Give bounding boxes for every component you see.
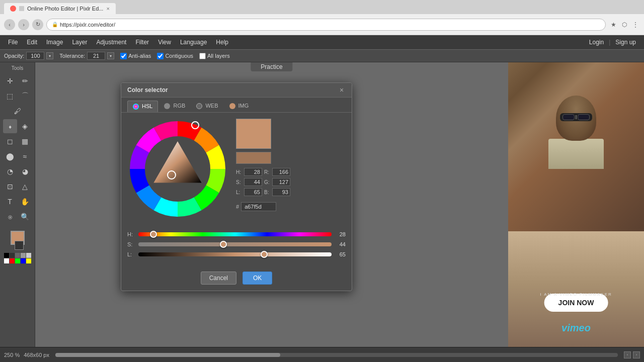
tool-row-5: ◻ ▦ <box>3 134 32 148</box>
sat-input[interactable] <box>244 178 262 186</box>
opacity-input[interactable] <box>26 52 44 60</box>
crop-tool[interactable]: ⊡ <box>3 179 17 194</box>
color-cell-red[interactable] <box>10 258 15 263</box>
dialog-close-button[interactable]: × <box>338 86 346 94</box>
menu-help[interactable]: Help <box>212 37 232 47</box>
tab-web[interactable]: WEB <box>191 101 223 112</box>
blue-input[interactable] <box>272 188 290 196</box>
hex-label: # <box>236 204 239 210</box>
forward-button[interactable]: › <box>18 19 29 30</box>
tab-rgb[interactable]: RGB <box>159 101 190 112</box>
tool-row-4: ⬧ ◈ <box>3 119 32 133</box>
tab-img[interactable]: IMG <box>224 101 254 112</box>
tool-row-9: T ✋ <box>3 195 32 209</box>
wand-tool[interactable]: ⍟ <box>3 210 17 224</box>
color-cell-light[interactable] <box>21 253 26 258</box>
light-input[interactable] <box>244 188 262 196</box>
color-wheel-svg[interactable] <box>127 119 228 219</box>
hue-slider-value: 28 <box>336 231 346 237</box>
scroll-right-btn[interactable]: › <box>633 351 640 358</box>
hue-slider[interactable] <box>138 232 332 236</box>
color-cell-blue[interactable] <box>21 258 26 263</box>
dodge-tool[interactable]: ◔ <box>3 164 17 178</box>
color-cell-white[interactable] <box>4 258 9 263</box>
hue-input[interactable] <box>244 168 262 176</box>
zoom-tool[interactable]: 🔍 <box>18 210 32 224</box>
paint-bucket-tool[interactable]: ⬧ <box>3 119 17 133</box>
sat-slider[interactable] <box>138 242 332 246</box>
marquee-tool[interactable]: ⬚ <box>3 89 17 103</box>
tolerance-dropdown[interactable]: ▾ <box>107 52 114 59</box>
eraser-tool[interactable]: ◻ <box>3 134 17 148</box>
color-values-panel: H: R: S: G: <box>236 119 290 219</box>
move-tool[interactable]: ✛ <box>3 74 17 88</box>
menu-filter[interactable]: Filter <box>131 37 153 47</box>
color-cell-yellow[interactable] <box>26 258 31 263</box>
lasso-tool[interactable]: ⌒ <box>18 89 32 103</box>
hue-label: H: <box>236 169 242 175</box>
eyedropper-tool[interactable]: 🖋 <box>11 104 25 118</box>
pencil-tool[interactable]: ✏ <box>18 74 32 88</box>
red-input[interactable] <box>272 168 290 176</box>
brush-tool[interactable]: ⬤ <box>3 149 17 163</box>
tab-close-icon[interactable] <box>10 6 16 12</box>
menu-language[interactable]: Language <box>176 37 211 47</box>
color-cell-lighter[interactable] <box>26 253 31 258</box>
back-button[interactable]: ‹ <box>4 19 15 30</box>
background-color[interactable] <box>15 241 24 250</box>
scroll-bar[interactable] <box>55 353 618 357</box>
color-cell-green[interactable] <box>15 258 20 263</box>
login-link[interactable]: Login <box>585 37 608 47</box>
text-tool[interactable]: T <box>3 195 17 209</box>
cancel-button[interactable]: Cancel <box>201 272 236 285</box>
menu-image[interactable]: Image <box>42 37 67 47</box>
opacity-dropdown[interactable]: ▾ <box>46 52 53 59</box>
menu-adjustment[interactable]: Adjustment <box>92 37 130 47</box>
all-layers-checkbox[interactable]: All layers <box>199 53 230 59</box>
blue-row: B: <box>264 188 290 196</box>
sat-label: S: <box>236 179 242 185</box>
sat-slider-row: S: 44 <box>127 241 346 247</box>
stamp-tool[interactable]: ◈ <box>18 119 32 133</box>
dialog-header: Color selector × <box>121 83 352 98</box>
shape-tool[interactable]: △ <box>18 179 32 194</box>
signup-link[interactable]: Sign up <box>611 37 640 47</box>
contiguous-checkbox[interactable]: Contiguous <box>157 53 193 59</box>
sat-thumb[interactable] <box>220 241 227 248</box>
smudge-tool[interactable]: ≈ <box>18 149 32 163</box>
light-thumb[interactable] <box>261 251 268 258</box>
canvas-title: Practice <box>251 62 292 71</box>
color-wheel-container[interactable] <box>127 119 228 219</box>
menu-file[interactable]: File <box>4 37 22 47</box>
tab-x-icon[interactable]: × <box>106 6 109 12</box>
bookmark-icon[interactable]: ★ <box>609 20 618 29</box>
ok-button[interactable]: OK <box>243 272 272 285</box>
color-cell-black[interactable] <box>4 253 9 258</box>
menu-view[interactable]: View <box>154 37 175 47</box>
burn-tool[interactable]: ◕ <box>18 164 32 178</box>
light-slider[interactable] <box>138 252 332 256</box>
red-label: R: <box>264 169 270 175</box>
color-cell-mid[interactable] <box>15 253 20 258</box>
color-selector-dialog: Color selector × HSL RGB WEB IMG <box>121 82 352 291</box>
tolerance-input[interactable] <box>87 52 105 60</box>
url-bar[interactable]: 🔒 https://pixlr.com/editor/ <box>46 19 606 31</box>
hand-tool[interactable]: ✋ <box>18 195 32 209</box>
extensions-icon[interactable]: ⬡ <box>620 20 629 29</box>
tab-hsl[interactable]: HSL <box>127 101 158 112</box>
green-input[interactable] <box>272 178 290 186</box>
hex-input[interactable] <box>241 202 276 211</box>
gradient-tool[interactable]: ▦ <box>18 134 32 148</box>
scroll-thumb[interactable] <box>55 353 280 357</box>
menu-edit[interactable]: Edit <box>23 37 41 47</box>
color-ring[interactable] <box>130 121 225 217</box>
browser-tab[interactable]: Online Photo Editor | Pixlr Ed... × <box>4 3 116 14</box>
color-cell-dark[interactable] <box>10 253 15 258</box>
green-label: G: <box>264 179 270 185</box>
hue-thumb[interactable] <box>150 231 157 238</box>
menu-icon[interactable]: ⋮ <box>631 20 640 29</box>
menu-layer[interactable]: Layer <box>68 37 91 47</box>
anti-alias-checkbox[interactable]: Anti-alias <box>120 53 151 59</box>
reload-button[interactable]: ↻ <box>32 19 43 30</box>
scroll-left-btn[interactable]: ‹ <box>624 351 631 358</box>
